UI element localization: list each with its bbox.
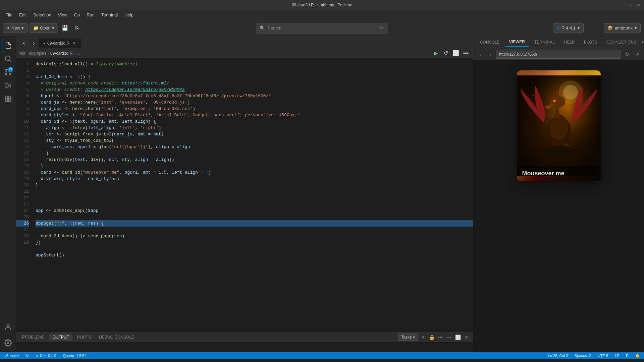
svg-point-12: [7, 324, 9, 326]
new-button[interactable]: ✦ New ▾: [3, 23, 28, 33]
activity-run[interactable]: [2, 79, 14, 92]
status-quarto[interactable]: Quarto: 1.5.54: [62, 354, 88, 358]
panel-tab-console[interactable]: CONSOLE: [476, 38, 504, 47]
bottom-tab-problems[interactable]: PROBLEMS: [19, 334, 48, 341]
panel-tab-viewer[interactable]: VIEWER: [505, 38, 529, 47]
r-version-dropdown-icon: ▾: [578, 25, 580, 31]
r-version-button[interactable]: R R 4.4.1 ▾: [553, 23, 584, 33]
svg-point-2: [9, 73, 11, 75]
project-button[interactable]: 📦 ambhtmx ▾: [604, 23, 641, 33]
editor-tab-09card3d[interactable]: ● 09-card3d.R ✕: [39, 38, 81, 48]
viewer-toolbar: ‹ › ↻ ↗: [473, 48, 644, 60]
breadcrumb-more[interactable]: ...: [76, 51, 80, 56]
viewer-open-external-button[interactable]: ↗: [633, 50, 641, 59]
viewer-back-button[interactable]: ‹: [476, 50, 485, 59]
maximize-button[interactable]: □: [629, 3, 633, 7]
editor-tabs: ‹ › ● 09-card3d.R ✕: [16, 36, 473, 48]
svg-rect-8: [5, 96, 7, 99]
tasks-dropdown[interactable]: Tasks ▾: [398, 334, 418, 341]
activity-search[interactable]: [2, 52, 14, 65]
menu-selection[interactable]: Selection: [31, 11, 54, 18]
activity-explorer[interactable]: [2, 39, 14, 52]
tab-nav-prev[interactable]: ‹: [19, 38, 29, 48]
dragon-card-image: [517, 70, 601, 181]
activity-settings[interactable]: [2, 337, 14, 349]
svg-marker-6: [6, 83, 10, 88]
language-label: R: [626, 354, 629, 358]
tab-nav-next[interactable]: ›: [29, 38, 39, 48]
status-line-ending[interactable]: LF: [613, 354, 621, 358]
error-count: 0: [40, 354, 42, 358]
activity-git[interactable]: 17: [2, 66, 14, 78]
menu-view[interactable]: View: [55, 11, 70, 18]
bottom-content: [16, 342, 473, 352]
encoding-label: UTF-8: [598, 354, 608, 358]
status-spaces[interactable]: Spaces: 2: [573, 354, 592, 358]
tasks-label: Tasks: [401, 335, 412, 340]
close-button[interactable]: ✕: [636, 3, 641, 7]
bottom-tab-debug[interactable]: DEBUG CONSOLE: [96, 334, 138, 341]
breadcrumb-file[interactable]: 09-card3d.R: [50, 51, 72, 56]
panel-tab-more[interactable]: •••: [642, 39, 644, 45]
bottom-tab-output[interactable]: OUTPUT: [49, 334, 72, 341]
breadcrumb-inst[interactable]: inst: [19, 51, 25, 56]
breadcrumb-sep3: ›: [74, 51, 75, 56]
save-button[interactable]: 💾: [60, 23, 70, 33]
search-bar[interactable]: 🔍 Search ⌘K: [256, 23, 388, 34]
run-more-button[interactable]: •••: [462, 49, 470, 58]
bottom-lock-button[interactable]: 🔒: [428, 334, 435, 341]
tab-filename: 09-card3d.R: [47, 41, 69, 46]
status-errors[interactable]: ✕ 0 ⚠ 0 ℹ 0: [34, 354, 57, 358]
svg-point-4: [5, 73, 7, 75]
bottom-tab-ports[interactable]: PORTS: [74, 334, 94, 341]
breadcrumb: inst › examples › 09-card3d.R › ...: [19, 51, 430, 56]
open-button[interactable]: 📁 Open ▾: [30, 23, 58, 33]
menu-run[interactable]: Run: [84, 11, 97, 18]
menu-terminal[interactable]: Terminal: [99, 11, 120, 18]
status-notifications[interactable]: 🔔: [634, 354, 641, 358]
panel-tab-connections[interactable]: CONNECTIONS: [602, 38, 640, 47]
panel-tab-help[interactable]: HELP: [560, 38, 579, 47]
run-play-button[interactable]: ▶: [431, 49, 440, 58]
bottom-panel: PROBLEMS OUTPUT PORTS DEBUG CONSOLE Task…: [16, 332, 473, 352]
code-content[interactable]: devtools::load_all() # library(ambhtmx) …: [33, 58, 473, 332]
activity-account[interactable]: [2, 320, 14, 333]
svg-point-19: [549, 115, 568, 140]
share-button[interactable]: ⎘: [72, 23, 82, 33]
viewer-forward-button[interactable]: ›: [486, 50, 495, 59]
tasks-dropdown-icon: ▾: [413, 335, 415, 340]
bottom-more-button[interactable]: •••: [437, 334, 444, 341]
run-restart-button[interactable]: ↺: [441, 49, 450, 58]
search-placeholder: Search: [268, 25, 281, 31]
svg-rect-9: [8, 96, 10, 99]
panel-tab-terminal[interactable]: TERMINAL: [530, 38, 559, 47]
viewer-refresh-button[interactable]: ↻: [623, 50, 631, 59]
url-input[interactable]: [496, 50, 621, 59]
cursor-position: Ln 26, Col 3: [548, 354, 568, 358]
info-count: 0: [54, 354, 56, 358]
menu-go[interactable]: Go: [71, 11, 83, 18]
warning-count: 0: [48, 354, 50, 358]
status-encoding[interactable]: UTF-8: [596, 354, 609, 358]
bottom-minimize-button[interactable]: —: [445, 334, 453, 341]
svg-point-29: [530, 135, 531, 136]
dragon-card[interactable]: Mouseover me: [517, 70, 601, 181]
run-source-button[interactable]: ⬜: [451, 49, 460, 58]
svg-point-26: [533, 95, 534, 96]
activity-extensions[interactable]: [2, 93, 14, 105]
status-git-branch[interactable]: ⎇ main*: [3, 354, 20, 358]
bottom-filter-button[interactable]: ≡: [419, 334, 427, 341]
status-language[interactable]: R: [625, 354, 630, 358]
status-cursor[interactable]: Ln 26, Col 3: [547, 354, 569, 358]
panel-tab-plots[interactable]: PLOTS: [580, 38, 601, 47]
menu-file[interactable]: File: [3, 11, 15, 18]
bottom-maximize-button[interactable]: ⬜: [454, 334, 462, 341]
tab-close-button[interactable]: ✕: [71, 41, 77, 46]
minimize-button[interactable]: ─: [621, 3, 626, 7]
viewer-content: Mouseover me: [473, 60, 644, 352]
status-sync[interactable]: ↻: [24, 354, 30, 358]
bottom-close-button[interactable]: ✕: [463, 334, 470, 341]
breadcrumb-examples[interactable]: examples: [29, 51, 46, 56]
menu-help[interactable]: Help: [122, 11, 136, 18]
menu-edit[interactable]: Edit: [16, 11, 29, 18]
